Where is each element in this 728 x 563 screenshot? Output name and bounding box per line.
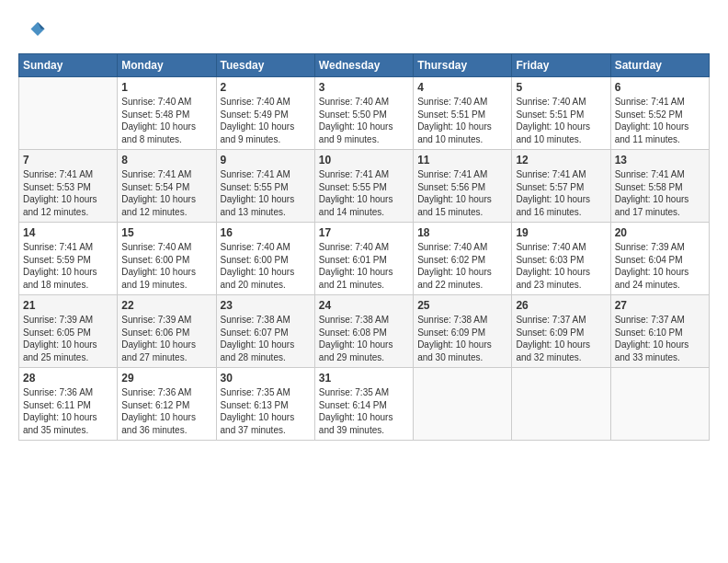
day-info: Sunrise: 7:40 AM Sunset: 6:01 PM Dayligh… — [319, 241, 409, 291]
day-number: 3 — [319, 81, 409, 94]
calendar-cell: 31Sunrise: 7:35 AM Sunset: 6:14 PM Dayli… — [314, 368, 413, 441]
day-number: 4 — [417, 81, 507, 94]
calendar-cell: 29Sunrise: 7:36 AM Sunset: 6:12 PM Dayli… — [118, 368, 216, 441]
day-number: 17 — [319, 226, 409, 239]
day-number: 20 — [615, 226, 705, 239]
calendar-cell: 2Sunrise: 7:40 AM Sunset: 5:49 PM Daylig… — [216, 77, 314, 150]
day-info: Sunrise: 7:35 AM Sunset: 6:14 PM Dayligh… — [319, 386, 409, 436]
day-info: Sunrise: 7:41 AM Sunset: 5:53 PM Dayligh… — [23, 168, 113, 218]
day-number: 15 — [121, 226, 211, 239]
day-info: Sunrise: 7:36 AM Sunset: 6:12 PM Dayligh… — [121, 386, 211, 436]
calendar-cell: 14Sunrise: 7:41 AM Sunset: 5:59 PM Dayli… — [19, 223, 118, 295]
calendar-header-row: SundayMondayTuesdayWednesdayThursdayFrid… — [19, 54, 710, 77]
logo — [18, 17, 50, 44]
day-info: Sunrise: 7:40 AM Sunset: 5:48 PM Dayligh… — [121, 96, 211, 145]
day-info: Sunrise: 7:41 AM Sunset: 5:55 PM Dayligh… — [221, 168, 311, 218]
calendar-table: SundayMondayTuesdayWednesdayThursdayFrid… — [18, 53, 710, 441]
calendar-cell: 4Sunrise: 7:40 AM Sunset: 5:51 PM Daylig… — [414, 77, 512, 150]
day-number: 2 — [221, 81, 311, 94]
day-number: 11 — [417, 154, 507, 167]
day-number: 7 — [23, 154, 113, 167]
calendar-cell: 20Sunrise: 7:39 AM Sunset: 6:04 PM Dayli… — [610, 223, 709, 295]
calendar-cell: 18Sunrise: 7:40 AM Sunset: 6:02 PM Dayli… — [414, 223, 512, 295]
day-info: Sunrise: 7:41 AM Sunset: 5:54 PM Dayligh… — [121, 168, 211, 218]
day-info: Sunrise: 7:41 AM Sunset: 5:52 PM Dayligh… — [615, 96, 705, 145]
calendar-cell: 16Sunrise: 7:40 AM Sunset: 6:00 PM Dayli… — [216, 223, 314, 295]
weekday-header-thursday: Thursday — [414, 54, 512, 77]
calendar-cell: 24Sunrise: 7:38 AM Sunset: 6:08 PM Dayli… — [314, 295, 413, 368]
calendar-cell: 10Sunrise: 7:41 AM Sunset: 5:55 PM Dayli… — [314, 150, 413, 223]
calendar-cell: 3Sunrise: 7:40 AM Sunset: 5:50 PM Daylig… — [314, 77, 413, 150]
calendar-cell — [414, 368, 512, 441]
day-number: 29 — [121, 372, 211, 385]
weekday-header-sunday: Sunday — [19, 54, 118, 77]
calendar-cell: 7Sunrise: 7:41 AM Sunset: 5:53 PM Daylig… — [19, 150, 118, 223]
calendar-week-1: 1Sunrise: 7:40 AM Sunset: 5:48 PM Daylig… — [19, 77, 710, 150]
day-info: Sunrise: 7:41 AM Sunset: 5:58 PM Dayligh… — [615, 168, 705, 218]
calendar-cell — [610, 368, 709, 441]
day-info: Sunrise: 7:39 AM Sunset: 6:04 PM Dayligh… — [615, 241, 705, 291]
day-info: Sunrise: 7:41 AM Sunset: 5:57 PM Dayligh… — [516, 168, 606, 218]
calendar-cell: 23Sunrise: 7:38 AM Sunset: 6:07 PM Dayli… — [216, 295, 314, 368]
day-info: Sunrise: 7:40 AM Sunset: 5:51 PM Dayligh… — [417, 96, 507, 145]
day-info: Sunrise: 7:40 AM Sunset: 5:49 PM Dayligh… — [221, 96, 311, 145]
calendar-cell: 17Sunrise: 7:40 AM Sunset: 6:01 PM Dayli… — [314, 223, 413, 295]
day-number: 28 — [23, 372, 113, 385]
weekday-header-monday: Monday — [118, 54, 216, 77]
calendar-cell: 22Sunrise: 7:39 AM Sunset: 6:06 PM Dayli… — [118, 295, 216, 368]
day-info: Sunrise: 7:38 AM Sunset: 6:08 PM Dayligh… — [319, 314, 409, 363]
day-number: 14 — [23, 226, 113, 239]
day-number: 1 — [121, 81, 211, 94]
weekday-header-wednesday: Wednesday — [314, 54, 413, 77]
calendar-cell: 19Sunrise: 7:40 AM Sunset: 6:03 PM Dayli… — [512, 223, 610, 295]
header — [18, 17, 710, 44]
day-info: Sunrise: 7:41 AM Sunset: 5:59 PM Dayligh… — [23, 241, 113, 291]
weekday-header-friday: Friday — [512, 54, 610, 77]
day-number: 5 — [516, 81, 606, 94]
day-number: 24 — [319, 299, 409, 312]
day-info: Sunrise: 7:35 AM Sunset: 6:13 PM Dayligh… — [221, 386, 311, 436]
calendar-cell: 9Sunrise: 7:41 AM Sunset: 5:55 PM Daylig… — [216, 150, 314, 223]
calendar-cell: 26Sunrise: 7:37 AM Sunset: 6:09 PM Dayli… — [512, 295, 610, 368]
calendar-cell: 5Sunrise: 7:40 AM Sunset: 5:51 PM Daylig… — [512, 77, 610, 150]
day-info: Sunrise: 7:40 AM Sunset: 5:50 PM Dayligh… — [319, 96, 409, 145]
day-number: 19 — [516, 226, 606, 239]
day-info: Sunrise: 7:39 AM Sunset: 6:06 PM Dayligh… — [121, 314, 211, 363]
day-number: 22 — [121, 299, 211, 312]
day-info: Sunrise: 7:40 AM Sunset: 6:00 PM Dayligh… — [221, 241, 311, 291]
calendar-week-3: 14Sunrise: 7:41 AM Sunset: 5:59 PM Dayli… — [19, 223, 710, 295]
day-info: Sunrise: 7:39 AM Sunset: 6:05 PM Dayligh… — [23, 314, 113, 363]
weekday-header-saturday: Saturday — [610, 54, 709, 77]
day-info: Sunrise: 7:40 AM Sunset: 6:03 PM Dayligh… — [516, 241, 606, 291]
day-number: 25 — [417, 299, 507, 312]
day-info: Sunrise: 7:40 AM Sunset: 5:51 PM Dayligh… — [516, 96, 606, 145]
day-info: Sunrise: 7:37 AM Sunset: 6:10 PM Dayligh… — [615, 314, 705, 363]
page: SundayMondayTuesdayWednesdayThursdayFrid… — [0, 0, 728, 450]
day-number: 30 — [221, 372, 311, 385]
calendar-cell: 11Sunrise: 7:41 AM Sunset: 5:56 PM Dayli… — [414, 150, 512, 223]
day-number: 9 — [221, 154, 311, 167]
day-number: 26 — [516, 299, 606, 312]
calendar-cell: 6Sunrise: 7:41 AM Sunset: 5:52 PM Daylig… — [610, 77, 709, 150]
day-info: Sunrise: 7:38 AM Sunset: 6:07 PM Dayligh… — [221, 314, 311, 363]
day-number: 10 — [319, 154, 409, 167]
calendar-week-5: 28Sunrise: 7:36 AM Sunset: 6:11 PM Dayli… — [19, 368, 710, 441]
calendar-week-4: 21Sunrise: 7:39 AM Sunset: 6:05 PM Dayli… — [19, 295, 710, 368]
calendar-cell: 28Sunrise: 7:36 AM Sunset: 6:11 PM Dayli… — [19, 368, 118, 441]
calendar-cell: 12Sunrise: 7:41 AM Sunset: 5:57 PM Dayli… — [512, 150, 610, 223]
day-number: 21 — [23, 299, 113, 312]
day-number: 16 — [221, 226, 311, 239]
day-info: Sunrise: 7:41 AM Sunset: 5:56 PM Dayligh… — [417, 168, 507, 218]
day-number: 12 — [516, 154, 606, 167]
day-info: Sunrise: 7:38 AM Sunset: 6:09 PM Dayligh… — [417, 314, 507, 363]
day-number: 27 — [615, 299, 705, 312]
calendar-cell — [19, 77, 118, 150]
day-info: Sunrise: 7:36 AM Sunset: 6:11 PM Dayligh… — [23, 386, 113, 436]
day-info: Sunrise: 7:40 AM Sunset: 6:00 PM Dayligh… — [121, 241, 211, 291]
calendar-cell: 13Sunrise: 7:41 AM Sunset: 5:58 PM Dayli… — [610, 150, 709, 223]
calendar-cell: 27Sunrise: 7:37 AM Sunset: 6:10 PM Dayli… — [610, 295, 709, 368]
day-info: Sunrise: 7:40 AM Sunset: 6:02 PM Dayligh… — [417, 241, 507, 291]
day-number: 8 — [121, 154, 211, 167]
day-info: Sunrise: 7:41 AM Sunset: 5:55 PM Dayligh… — [319, 168, 409, 218]
day-number: 6 — [615, 81, 705, 94]
